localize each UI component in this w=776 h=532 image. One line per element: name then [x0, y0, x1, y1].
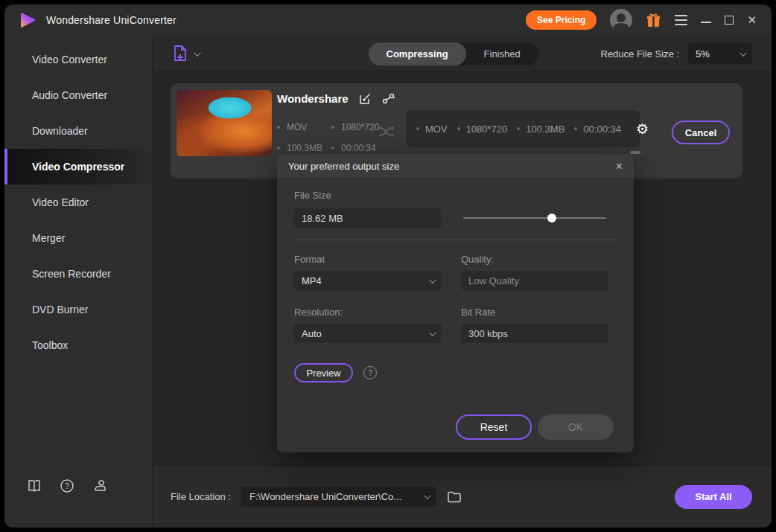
quality-label: Quality: — [461, 254, 608, 265]
format-chevron-icon — [429, 276, 436, 283]
dialog-header: Your preferred output size ✕ — [277, 154, 634, 179]
file-location-select[interactable]: F:\Wondershare UniConverter\Co... — [241, 487, 436, 507]
add-files-chevron-icon — [194, 49, 201, 57]
tab-finished[interactable]: Finished — [466, 42, 538, 65]
maximize-button[interactable] — [725, 16, 734, 25]
output-resolution: 1080*720 — [457, 124, 508, 135]
slider-track — [463, 217, 606, 219]
view-tabs: Compressing Finished — [369, 42, 538, 65]
file-size-slider-thumb[interactable] — [547, 214, 556, 222]
resolution-label: Resolution: — [294, 307, 442, 318]
sidebar-item-merger[interactable]: Merger — [4, 220, 152, 256]
app-window: Wondershare UniConverter See Pricing ✕ V… — [4, 4, 772, 528]
resolution-select[interactable]: Auto — [294, 324, 442, 343]
tab-compressing[interactable]: Compressing — [369, 42, 466, 65]
reduce-file-size-label: Reduce File Size : — [601, 48, 680, 60]
close-button[interactable]: ✕ — [747, 13, 757, 27]
source-format: MOV — [277, 122, 331, 132]
sidebar-item-dvd-burner[interactable]: DVD Burner — [4, 292, 152, 327]
output-settings-panel: MOV 1080*720 100.3MB 00:00:34 ⚙ — [406, 110, 640, 147]
sidebar-item-video-converter[interactable]: Video Converter — [4, 42, 152, 77]
convert-shuffle-icon — [378, 125, 395, 140]
add-file-icon — [172, 45, 188, 63]
sidebar: Video Converter Audio Converter Download… — [4, 36, 153, 528]
minimize-button[interactable] — [701, 22, 711, 23]
resolution-chevron-icon — [429, 329, 436, 336]
output-size: 100.3MB — [517, 124, 564, 135]
format-select[interactable]: MP4 — [294, 271, 442, 290]
file-size-slider[interactable] — [463, 214, 606, 222]
dialog-divider — [294, 240, 617, 240]
source-duration: 00:00:34 — [331, 143, 376, 153]
start-all-button[interactable]: Start All — [675, 485, 752, 509]
dialog-close-icon[interactable]: ✕ — [615, 161, 623, 172]
output-format: MOV — [416, 124, 448, 135]
file-size-input[interactable]: 18.62 MB — [294, 208, 442, 228]
help-icon[interactable]: ? — [60, 478, 74, 493]
sidebar-item-video-compressor[interactable]: Video Compressor — [4, 149, 152, 185]
resolution-value: Auto — [302, 328, 429, 339]
video-thumbnail — [176, 90, 272, 156]
output-size-dialog: Your preferred output size ✕ File Size 1… — [277, 154, 634, 452]
reduce-chevron-icon — [740, 49, 747, 57]
add-files-button[interactable] — [172, 45, 199, 63]
dialog-title: Your preferred output size — [288, 161, 615, 172]
quality-field: Low Quality — [461, 271, 608, 290]
format-value: MP4 — [302, 275, 429, 286]
file-title: Wondershare — [277, 92, 349, 105]
settings-gear-icon[interactable]: ⚙ — [636, 122, 649, 136]
app-logo-icon — [18, 10, 37, 30]
bit-rate-label: Bit Rate — [461, 307, 608, 318]
quality-value: Low Quality — [468, 275, 601, 286]
file-location-value: F:\Wondershare UniConverter\Co... — [249, 491, 424, 502]
sidebar-item-downloader[interactable]: Downloader — [4, 113, 152, 149]
sidebar-item-video-editor[interactable]: Video Editor — [4, 185, 152, 220]
share-link-icon[interactable] — [382, 92, 395, 105]
user-guide-book-icon[interactable] — [27, 478, 42, 493]
app-title: Wondershare UniConverter — [46, 14, 176, 26]
output-duration: 00:00:34 — [574, 124, 621, 135]
see-pricing-button[interactable]: See Pricing — [526, 10, 597, 30]
source-resolution: 1080*720 — [331, 122, 379, 132]
sidebar-item-toolbox[interactable]: Toolbox — [4, 327, 152, 363]
reset-button[interactable]: Reset — [456, 414, 532, 440]
bottom-bar: File Location : F:\Wondershare UniConver… — [153, 465, 772, 528]
gift-icon[interactable] — [646, 13, 661, 28]
account-avatar[interactable] — [610, 9, 632, 31]
reduce-file-size-value: 5% — [696, 48, 740, 60]
sidebar-item-audio-converter[interactable]: Audio Converter — [4, 77, 152, 113]
content-area: Compressing Finished Reduce File Size : … — [153, 36, 772, 528]
titlebar: Wondershare UniConverter See Pricing ✕ — [4, 4, 772, 36]
preview-help-icon[interactable]: ? — [363, 366, 377, 379]
avatar-bust — [613, 23, 629, 31]
open-folder-icon[interactable] — [447, 490, 462, 504]
file-location-chevron-icon — [424, 492, 431, 499]
bit-rate-value: 300 kbps — [468, 328, 601, 339]
rename-edit-icon[interactable] — [359, 92, 372, 105]
file-size-label: File Size — [294, 190, 617, 201]
cancel-button[interactable]: Cancel — [672, 121, 730, 144]
preview-button[interactable]: Preview — [294, 363, 353, 382]
scroll-indicator — [630, 151, 640, 154]
source-size: 100.3MB — [277, 143, 331, 153]
community-icon[interactable] — [92, 478, 107, 493]
reduce-file-size-select[interactable]: 5% — [688, 43, 752, 64]
file-location-label: File Location : — [171, 491, 231, 502]
toolbar: Compressing Finished Reduce File Size : … — [153, 36, 772, 72]
sidebar-item-screen-recorder[interactable]: Screen Recorder — [4, 256, 152, 292]
menu-icon[interactable] — [675, 15, 687, 25]
avatar-head — [617, 13, 626, 22]
ok-button[interactable]: OK — [538, 414, 614, 440]
format-label: Format — [294, 254, 442, 265]
bit-rate-field[interactable]: 300 kbps — [461, 324, 608, 343]
svg-text:?: ? — [65, 482, 69, 490]
